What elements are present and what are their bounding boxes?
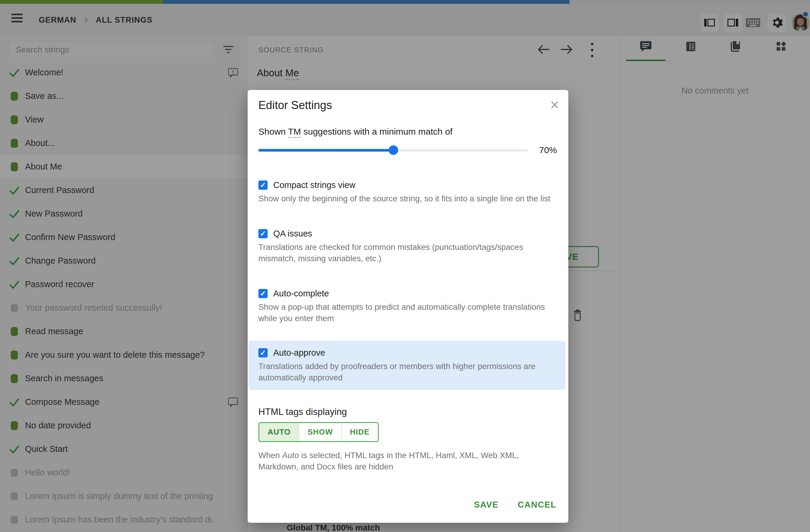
- html-tags-toggle: AUTO SHOW HIDE: [258, 422, 379, 442]
- setting-compact-strings: ✓ Compact strings view Show only the beg…: [258, 180, 557, 204]
- dialog-actions: SAVE CANCEL: [474, 500, 556, 510]
- setting-description: Translations are checked for common mist…: [258, 242, 557, 264]
- compact-strings-checkbox-row[interactable]: ✓ Compact strings view: [258, 180, 557, 190]
- checkbox-label: Auto-complete: [273, 289, 329, 298]
- save-button[interactable]: SAVE: [474, 500, 499, 510]
- slider-fill: [258, 149, 393, 152]
- toggle-option-auto[interactable]: AUTO: [259, 423, 299, 441]
- editor-settings-dialog: × Editor Settings Shown TM suggestions w…: [248, 90, 568, 523]
- checkbox-checked-icon[interactable]: ✓: [258, 348, 268, 358]
- close-icon[interactable]: ×: [550, 97, 560, 113]
- checkbox-checked-icon[interactable]: ✓: [258, 289, 268, 298]
- setting-description: Translations added by proofreaders or me…: [258, 361, 557, 383]
- checkbox-label: QA issues: [273, 229, 312, 238]
- setting-auto-complete: ✓ Auto-complete Show a pop-up that attem…: [258, 289, 557, 324]
- setting-description: Show only the beginning of the source st…: [258, 193, 557, 204]
- qa-issues-checkbox-row[interactable]: ✓ QA issues: [258, 229, 557, 238]
- setting-description: Show a pop-up that attempts to predict a…: [258, 301, 557, 324]
- checkbox-label: Auto-approve: [273, 348, 325, 358]
- html-tags-description: When Auto is selected, HTML tags in the …: [258, 450, 557, 472]
- setting-auto-approve-highlighted: ✓ Auto-approve Translations added by pro…: [248, 341, 565, 390]
- auto-approve-checkbox-row[interactable]: ✓ Auto-approve: [258, 348, 557, 358]
- setting-qa-issues: ✓ QA issues Translations are checked for…: [258, 229, 557, 264]
- slider-value: 70%: [529, 145, 557, 155]
- html-tags-heading: HTML tags displaying: [258, 406, 557, 417]
- toggle-option-hide[interactable]: HIDE: [341, 423, 378, 441]
- tm-match-slider[interactable]: [258, 149, 529, 152]
- checkbox-checked-icon[interactable]: ✓: [258, 181, 268, 190]
- dialog-title: Editor Settings: [258, 99, 557, 112]
- slider-thumb[interactable]: [389, 145, 398, 155]
- cancel-button[interactable]: CANCEL: [518, 500, 556, 510]
- tm-match-slider-row: 70%: [258, 145, 557, 155]
- checkbox-label: Compact strings view: [273, 180, 356, 190]
- tm-term: TM: [288, 127, 301, 138]
- tm-slider-label: Shown TM suggestions with a minimum matc…: [258, 127, 557, 137]
- checkbox-checked-icon[interactable]: ✓: [258, 229, 268, 238]
- toggle-option-show[interactable]: SHOW: [299, 423, 341, 441]
- auto-complete-checkbox-row[interactable]: ✓ Auto-complete: [258, 289, 557, 298]
